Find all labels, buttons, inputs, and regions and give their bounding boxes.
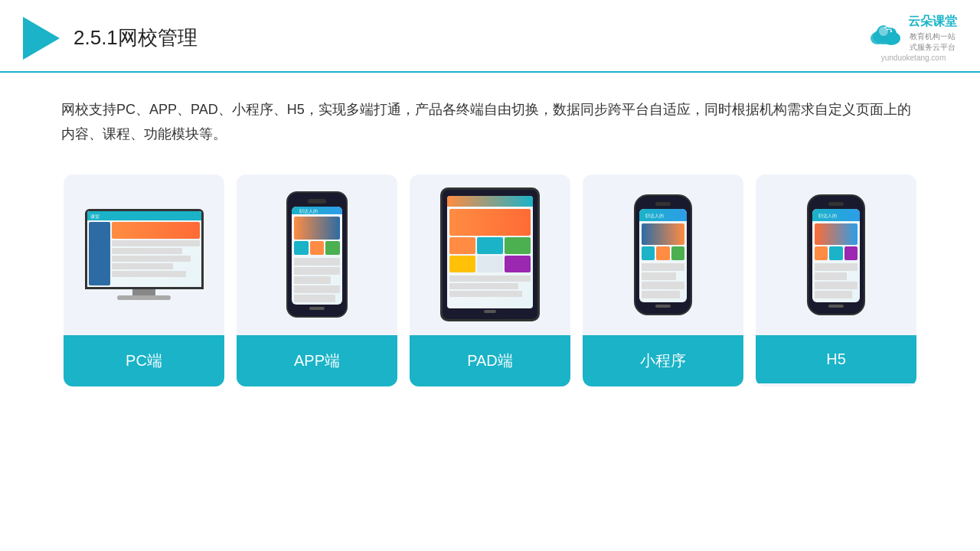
tablet-item bbox=[505, 237, 531, 254]
card-pc: 课堂 bbox=[64, 174, 224, 386]
phone-home-button bbox=[655, 305, 671, 308]
logo-text-group: 云朵课堂 教育机构一站式服务云平台 bbox=[908, 14, 957, 53]
phone-screen: 职达人的 bbox=[639, 209, 687, 302]
grid-item bbox=[656, 246, 669, 260]
description-text: 网校支持PC、APP、PAD、小程序、H5，实现多端打通，产品各终端自由切换，数… bbox=[0, 73, 980, 147]
brand-logo: 云朵课堂 教育机构一站式服务云平台 yunduoketang.com bbox=[870, 14, 957, 62]
title-main: 网校管理 bbox=[118, 26, 198, 49]
phone-grid bbox=[815, 246, 858, 260]
svg-point-5 bbox=[879, 27, 888, 36]
card-app-image: 职达人的 bbox=[237, 174, 397, 335]
tablet-screen bbox=[447, 196, 533, 308]
list-item bbox=[294, 285, 340, 293]
phone-notch bbox=[828, 202, 844, 206]
phone-top-bar: 职达人的 bbox=[639, 209, 687, 221]
phone-content bbox=[292, 214, 342, 305]
app-device-mock: 职达人的 bbox=[286, 191, 348, 318]
phone-screen: 职达人的 bbox=[812, 209, 860, 302]
list-item bbox=[642, 263, 684, 271]
phone-content bbox=[639, 221, 687, 302]
tablet-item bbox=[449, 237, 475, 254]
tablet-row bbox=[449, 283, 518, 289]
card-pc-image: 课堂 bbox=[64, 174, 224, 335]
grid-item bbox=[671, 246, 684, 260]
phone-home-button bbox=[828, 305, 844, 308]
card-miniprogram-image: 职达人的 bbox=[583, 174, 743, 335]
grid-item bbox=[829, 246, 842, 260]
phone-top-bar: 职达人的 bbox=[812, 209, 860, 221]
tablet-banner bbox=[449, 209, 531, 236]
list-item bbox=[294, 258, 340, 266]
pc-screen: 课堂 bbox=[85, 209, 204, 289]
phone-home-button bbox=[309, 307, 325, 310]
tablet-item bbox=[477, 237, 503, 254]
grid-item bbox=[294, 241, 309, 255]
list-item bbox=[815, 291, 852, 298]
tablet-item bbox=[477, 256, 503, 272]
card-pad-label: PAD端 bbox=[410, 335, 570, 386]
page-title: 2.5.1网校管理 bbox=[74, 24, 198, 51]
phone-list bbox=[642, 263, 684, 298]
list-item bbox=[815, 263, 858, 271]
pad-device-mock bbox=[440, 187, 540, 321]
list-item bbox=[642, 282, 684, 289]
logo-triangle-icon bbox=[23, 17, 60, 60]
svg-text:职达人的: 职达人的 bbox=[818, 214, 837, 218]
phone-top-bar: 职达人的 bbox=[292, 207, 342, 214]
logo-tagline: 教育机构一站式服务云平台 bbox=[908, 31, 957, 53]
list-item bbox=[294, 276, 331, 284]
card-app-label: APP端 bbox=[237, 335, 397, 386]
tablet-item bbox=[505, 256, 531, 272]
grid-item bbox=[310, 241, 325, 255]
card-miniprogram-label: 小程序 bbox=[583, 335, 743, 386]
card-h5-label: H5 bbox=[756, 335, 916, 383]
list-item bbox=[642, 291, 680, 298]
phone-list bbox=[294, 258, 340, 302]
logo-name: 云朵课堂 bbox=[908, 14, 957, 30]
header-left: 2.5.1网校管理 bbox=[23, 17, 198, 60]
phone-content bbox=[812, 221, 860, 302]
phone-screen: 职达人的 bbox=[292, 207, 342, 305]
description-paragraph: 网校支持PC、APP、PAD、小程序、H5，实现多端打通，产品各终端自由切换，数… bbox=[61, 97, 919, 147]
tablet-item bbox=[449, 256, 475, 272]
grid-item bbox=[844, 246, 858, 260]
cloud-icon bbox=[870, 21, 903, 46]
phone-banner bbox=[294, 217, 340, 240]
grid-item bbox=[325, 241, 340, 255]
card-app: 职达人的 bbox=[237, 174, 397, 386]
tablet-row bbox=[449, 276, 531, 282]
cards-container: 课堂 bbox=[0, 147, 980, 386]
grid-item bbox=[815, 246, 828, 260]
phone-list bbox=[815, 263, 858, 298]
card-pc-label: PC端 bbox=[64, 335, 224, 386]
tablet-home-button bbox=[484, 310, 496, 313]
phone-banner bbox=[642, 223, 684, 245]
phone-banner bbox=[815, 223, 858, 245]
card-miniprogram: 职达人的 bbox=[583, 174, 743, 386]
svg-text:课堂: 课堂 bbox=[90, 214, 100, 219]
logo-url: yunduoketang.com bbox=[881, 54, 946, 62]
list-item bbox=[642, 272, 676, 280]
phone-grid bbox=[642, 246, 684, 260]
tablet-grid bbox=[449, 237, 531, 272]
phone-grid bbox=[294, 241, 340, 255]
h5-device-mock: 职达人的 bbox=[807, 194, 865, 315]
header: 2.5.1网校管理 云朵课堂 教育机构一站式服务云平台 yund bbox=[0, 0, 980, 73]
grid-item bbox=[642, 246, 655, 260]
svg-text:职达人的: 职达人的 bbox=[299, 209, 318, 214]
pc-device-mock: 课堂 bbox=[85, 209, 204, 300]
list-item bbox=[815, 272, 847, 280]
list-item bbox=[294, 295, 335, 302]
tablet-top-bar bbox=[447, 196, 533, 207]
phone-notch bbox=[308, 199, 326, 204]
list-item bbox=[815, 282, 858, 289]
svg-text:职达人的: 职达人的 bbox=[645, 214, 664, 218]
card-pad: PAD端 bbox=[410, 174, 570, 386]
list-item bbox=[294, 267, 340, 275]
tablet-body bbox=[447, 207, 533, 308]
miniprogram-device-mock: 职达人的 bbox=[634, 194, 692, 315]
tablet-row bbox=[449, 291, 522, 297]
card-h5: 职达人的 bbox=[756, 174, 916, 386]
cloud-logo: 云朵课堂 教育机构一站式服务云平台 bbox=[870, 14, 957, 53]
title-prefix: 2.5.1 bbox=[74, 26, 118, 49]
